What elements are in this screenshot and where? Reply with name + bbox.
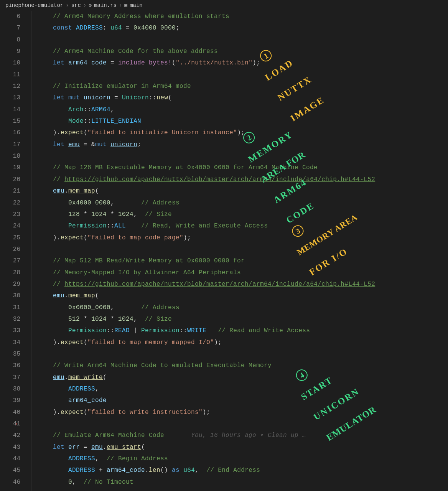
- code-line[interactable]: ADDRESS, // Begin Address: [38, 453, 375, 465]
- line-number[interactable]: 27: [0, 255, 20, 267]
- code-line[interactable]: ).expect("failed to initialize Unicorn i…: [38, 127, 375, 138]
- breadcrumb-project[interactable]: pinephone-emulator: [5, 2, 63, 8]
- code-line[interactable]: ).expect("failed to map code page");: [38, 232, 375, 244]
- code-line[interactable]: // Initialize emulator in Arm64 mode: [38, 81, 375, 92]
- line-number[interactable]: 7: [0, 22, 20, 34]
- line-number[interactable]: 35: [0, 348, 20, 360]
- code-line[interactable]: 0x0000_0000, // Address: [38, 302, 375, 313]
- code-line[interactable]: [38, 244, 375, 255]
- line-number[interactable]: 45: [0, 465, 20, 476]
- breadcrumb[interactable]: pinephone-emulator › src › ⚙ main.rs › ▣…: [0, 0, 448, 11]
- code-line[interactable]: // Map 512 MB Read/Write Memory at 0x000…: [38, 255, 375, 267]
- line-number[interactable]: 39: [0, 395, 20, 406]
- line-number[interactable]: 31: [0, 302, 20, 313]
- line-number[interactable]: 22: [0, 197, 20, 209]
- line-number[interactable]: 43: [0, 442, 20, 453]
- code-line[interactable]: 512 * 1024 * 1024, // Size: [38, 313, 375, 325]
- breadcrumb-folder[interactable]: src: [71, 2, 81, 8]
- line-number[interactable]: 10: [0, 57, 20, 69]
- line-number[interactable]: 23: [0, 209, 20, 220]
- line-number[interactable]: 21: [0, 185, 20, 197]
- code-line[interactable]: // https://github.com/apache/nuttx/blob/…: [38, 278, 375, 290]
- code-line[interactable]: Permission::ALL // Read, Write and Execu…: [38, 220, 375, 232]
- code-line[interactable]: [38, 348, 375, 360]
- code-line[interactable]: ).expect("failed to write instructions")…: [38, 407, 375, 418]
- code-line[interactable]: ADDRESS + arm64_code.len() as u64, // En…: [38, 465, 375, 476]
- line-number[interactable]: 15: [0, 115, 20, 127]
- code-line[interactable]: const ADDRESS: u64 = 0x4008_0000;: [38, 22, 375, 34]
- line-number[interactable]: 16: [0, 127, 20, 138]
- code-line[interactable]: [38, 150, 375, 162]
- code-line[interactable]: // Arm64 Memory Address where emulation …: [38, 11, 375, 22]
- line-number[interactable]: 38: [0, 383, 20, 395]
- code-line[interactable]: 128 * 1024 * 1024, // Size: [38, 209, 375, 220]
- line-number[interactable]: 19: [0, 162, 20, 173]
- code-line[interactable]: 0, // No Timeout: [38, 476, 375, 488]
- line-number[interactable]: 44: [0, 453, 20, 465]
- line-number[interactable]: 13: [0, 92, 20, 104]
- breadcrumb-sep: ›: [119, 2, 122, 8]
- line-number[interactable]: 36: [0, 360, 20, 371]
- line-number[interactable]: 26: [0, 244, 20, 255]
- line-number[interactable]: 18: [0, 150, 20, 162]
- code-line[interactable]: let arm64_code = include_bytes!("../nutt…: [38, 57, 375, 69]
- code-line[interactable]: // Emulate Arm64 Machine Code You, 16 ho…: [38, 430, 375, 441]
- line-number[interactable]: 14: [0, 104, 20, 115]
- code-line[interactable]: Arch::ARM64,: [38, 104, 375, 115]
- breadcrumb-sep: ›: [66, 2, 69, 8]
- code-line[interactable]: // Memory-Mapped I/O by Allwinner A64 Pe…: [38, 267, 375, 278]
- code-line[interactable]: // Arm64 Machine Code for the above addr…: [38, 46, 375, 57]
- code-line[interactable]: let mut unicorn = Unicorn::new(: [38, 92, 375, 104]
- code-line[interactable]: // Map 128 MB Executable Memory at 0x400…: [38, 162, 375, 173]
- code-line[interactable]: emu.mem_write(: [38, 372, 375, 383]
- line-number[interactable]: 46: [0, 476, 20, 488]
- line-number[interactable]: 37: [0, 372, 20, 383]
- fold-icon[interactable]: ▸: [15, 418, 18, 430]
- code-area[interactable]: // Arm64 Memory Address where emulation …: [31, 11, 375, 491]
- line-number[interactable]: 28: [0, 267, 20, 278]
- breadcrumb-sep: ›: [83, 2, 86, 8]
- line-number[interactable]: 25: [0, 232, 20, 244]
- line-number[interactable]: 32: [0, 313, 20, 325]
- code-line[interactable]: let err = emu.emu_start(: [38, 442, 375, 453]
- symbol-icon: ▣: [124, 2, 127, 8]
- code-editor[interactable]: 6789101112131415161718192021222324252627…: [0, 11, 448, 491]
- code-line[interactable]: Mode::LITTLE_ENDIAN: [38, 115, 375, 127]
- line-number[interactable]: 33: [0, 325, 20, 336]
- line-number[interactable]: 24: [0, 220, 20, 232]
- code-line[interactable]: emu.mem_map(: [38, 185, 375, 197]
- breadcrumb-file[interactable]: main.rs: [94, 2, 117, 8]
- line-number[interactable]: 9: [0, 46, 20, 57]
- code-line[interactable]: Permission::READ | Permission::WRITE // …: [38, 325, 375, 336]
- line-number[interactable]: 11: [0, 69, 20, 81]
- line-number[interactable]: 12: [0, 81, 20, 92]
- line-number[interactable]: 29: [0, 278, 20, 290]
- rust-file-icon: ⚙: [89, 2, 92, 8]
- line-number[interactable]: 34: [0, 337, 20, 348]
- code-line[interactable]: [38, 69, 375, 81]
- code-line[interactable]: // https://github.com/apache/nuttx/blob/…: [38, 174, 375, 185]
- code-line[interactable]: [38, 418, 375, 430]
- code-line[interactable]: // Write Arm64 Machine Code to emulated …: [38, 360, 375, 371]
- code-line[interactable]: ).expect("failed to map memory mapped I/…: [38, 337, 375, 348]
- code-line[interactable]: ADDRESS,: [38, 383, 375, 395]
- line-number[interactable]: 40: [0, 407, 20, 418]
- code-line[interactable]: emu.mem_map(: [38, 290, 375, 302]
- line-number[interactable]: 8: [0, 34, 20, 46]
- line-number[interactable]: 41▸: [0, 418, 20, 430]
- line-number[interactable]: 17: [0, 139, 20, 150]
- line-number-gutter[interactable]: 6789101112131415161718192021222324252627…: [0, 11, 31, 491]
- code-line[interactable]: arm64_code: [38, 395, 375, 406]
- line-number[interactable]: 30: [0, 290, 20, 302]
- code-line[interactable]: 0x4000_0000, // Address: [38, 197, 375, 209]
- code-line[interactable]: [38, 34, 375, 46]
- line-number[interactable]: 20: [0, 174, 20, 185]
- line-number[interactable]: 6: [0, 11, 20, 22]
- breadcrumb-symbol[interactable]: main: [130, 2, 143, 8]
- code-line[interactable]: let emu = &mut unicorn;: [38, 139, 375, 150]
- line-number[interactable]: 42: [0, 430, 20, 441]
